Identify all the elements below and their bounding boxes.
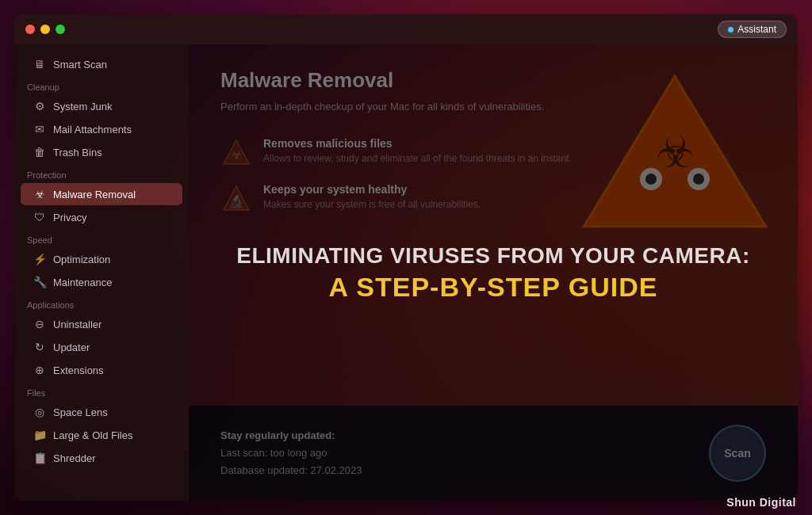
sidebar-section-applications: Applications: [14, 294, 189, 312]
sidebar-section-files: Files: [14, 382, 189, 400]
sidebar-item-label: Privacy: [53, 212, 87, 223]
minimize-button[interactable]: [40, 25, 50, 34]
privacy-icon: 🛡: [33, 211, 46, 223]
shredder-icon: 📋: [33, 452, 46, 464]
close-button[interactable]: [25, 25, 35, 34]
sidebar-item-label: Malware Removal: [53, 189, 136, 200]
titlebar: Assistant: [14, 14, 798, 44]
sidebar-item-trash-bins[interactable]: 🗑 Trash Bins: [21, 141, 182, 163]
sidebar-item-malware-removal[interactable]: ☣ Malware Removal: [21, 183, 182, 205]
sidebar-item-updater[interactable]: ↻ Updater: [21, 336, 182, 358]
space-lens-icon: ◎: [33, 406, 46, 418]
sidebar-item-label: Large & Old Files: [53, 429, 132, 441]
sidebar-item-privacy[interactable]: 🛡 Privacy: [21, 206, 182, 228]
maintenance-icon: 🔧: [33, 276, 46, 288]
sidebar-item-label: Smart Scan: [53, 59, 107, 71]
sidebar-item-label: Uninstaller: [53, 319, 102, 330]
sidebar-item-extensions[interactable]: ⊕ Extensions: [21, 359, 182, 381]
sidebar-item-label: Extensions: [53, 364, 104, 376]
mail-attachments-icon: ✉: [33, 123, 46, 135]
sidebar-item-mail-attachments[interactable]: ✉ Mail Attachments: [21, 118, 182, 140]
sidebar-item-optimization[interactable]: ⚡ Optimization: [21, 248, 182, 270]
sidebar-item-space-lens[interactable]: ◎ Space Lens: [21, 401, 182, 423]
sidebar-item-label: Trash Bins: [53, 147, 102, 158]
content-area: 🖥 Smart Scan Cleanup ⚙ System Junk ✉ Mai…: [14, 44, 798, 501]
overlay-line2: A STEP-BY-STEP GUIDE: [329, 272, 658, 303]
sidebar-item-label: Mail Attachments: [53, 124, 132, 135]
optimization-icon: ⚡: [33, 253, 46, 265]
assistant-button[interactable]: Assistant: [718, 21, 787, 38]
sidebar-item-smart-scan[interactable]: 🖥 Smart Scan: [21, 53, 182, 75]
sidebar-item-label: Optimization: [53, 254, 110, 265]
extensions-icon: ⊕: [33, 364, 46, 376]
sidebar: 🖥 Smart Scan Cleanup ⚙ System Junk ✉ Mai…: [14, 44, 189, 501]
assistant-dot-icon: [728, 27, 733, 32]
overlay-line1: ELIMINATING VIRUSES FROM YOUR CAMERA:: [236, 243, 749, 269]
sidebar-item-label: Shredder: [53, 452, 95, 464]
sidebar-item-label: Space Lens: [53, 406, 108, 418]
sidebar-item-label: System Junk: [53, 101, 112, 113]
system-junk-icon: ⚙: [33, 100, 46, 113]
smart-scan-icon: 🖥: [33, 58, 46, 71]
sidebar-item-label: Maintenance: [53, 277, 112, 288]
assistant-label: Assistant: [737, 24, 776, 35]
uninstaller-icon: ⊖: [33, 318, 46, 330]
maximize-button[interactable]: [56, 25, 65, 34]
sidebar-item-system-junk[interactable]: ⚙ System Junk: [21, 95, 182, 117]
sidebar-item-uninstaller[interactable]: ⊖ Uninstaller: [21, 313, 182, 335]
overlay-banner: ELIMINATING VIRUSES FROM YOUR CAMERA: A …: [189, 44, 798, 501]
sidebar-section-cleanup: Cleanup: [14, 76, 189, 94]
sidebar-section-speed: Speed: [14, 229, 189, 247]
sidebar-item-large-old-files[interactable]: 📁 Large & Old Files: [21, 424, 182, 446]
large-old-files-icon: 📁: [33, 429, 46, 441]
sidebar-section-protection: Protection: [14, 164, 189, 182]
app-window: Assistant 🖥 Smart Scan Cleanup ⚙ System …: [14, 14, 798, 501]
sidebar-item-shredder[interactable]: 📋 Shredder: [21, 447, 182, 469]
malware-removal-icon: ☣: [33, 188, 46, 200]
traffic-lights: [25, 25, 65, 34]
sidebar-item-label: Updater: [53, 341, 90, 353]
sidebar-item-maintenance[interactable]: 🔧 Maintenance: [21, 271, 182, 293]
main-panel: ☣ Malware Removal Perform an in-depth ch…: [189, 44, 798, 501]
trash-bins-icon: 🗑: [33, 146, 46, 158]
updater-icon: ↻: [33, 341, 46, 353]
branding: Shun Digital: [726, 496, 796, 509]
